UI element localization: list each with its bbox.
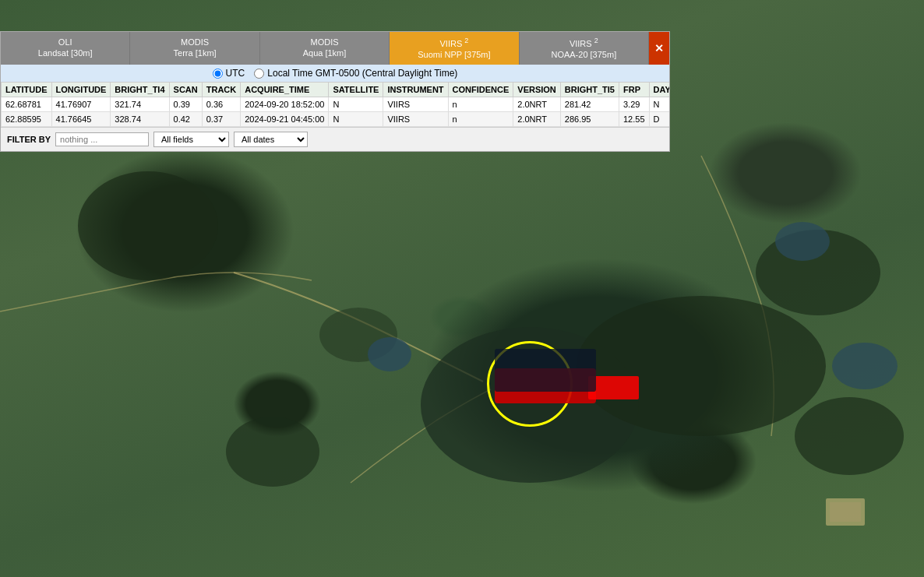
col-acquire-time: ACQUIRE_TIME bbox=[241, 83, 329, 97]
tab-viirs-noaa-badge: 2 bbox=[594, 37, 598, 44]
tab-oli[interactable]: OLI Landsat [30m] bbox=[1, 32, 130, 65]
col-satellite: SATELLITE bbox=[329, 83, 383, 97]
table-cell-track: 0.36 bbox=[202, 97, 241, 112]
filter-row: FILTER BY All fields LATITUDE LONGITUDE … bbox=[1, 127, 669, 151]
data-table: LATITUDE LONGITUDE BRIGHT_TI4 SCAN TRACK… bbox=[1, 82, 669, 127]
table-cell-satellite: N bbox=[329, 112, 383, 127]
table-cell-version: 2.0NRT bbox=[513, 97, 561, 112]
col-bright-ti5: BRIGHT_TI5 bbox=[560, 83, 619, 97]
svg-point-5 bbox=[226, 417, 319, 487]
col-confidence: CONFIDENCE bbox=[448, 83, 513, 97]
svg-point-7 bbox=[368, 337, 411, 371]
data-table-container: LATITUDE LONGITUDE BRIGHT_TI4 SCAN TRACK… bbox=[1, 82, 669, 127]
col-track: TRACK bbox=[202, 83, 241, 97]
utc-label: UTC bbox=[226, 68, 245, 79]
timezone-row: UTC Local Time GMT-0500 (Central Dayligh… bbox=[1, 65, 669, 82]
table-cell-scan: 0.42 bbox=[169, 112, 202, 127]
table-cell-confidence: n bbox=[448, 112, 513, 127]
tab-modis-aqua[interactable]: MODIS Aqua [1km] bbox=[260, 32, 390, 65]
tab-modis-terra-line1: MODIS bbox=[133, 37, 256, 47]
fire-dark-overlay bbox=[495, 349, 596, 392]
col-version: VERSION bbox=[513, 83, 561, 97]
table-cell-acquire_time: 2024-09-21 04:45:00 bbox=[241, 112, 329, 127]
col-instrument: INSTRUMENT bbox=[383, 83, 448, 97]
table-cell-satellite: N bbox=[329, 97, 383, 112]
table-cell-bright_ti5: 281.42 bbox=[560, 97, 619, 112]
table-cell-bright_ti4: 328.74 bbox=[111, 112, 169, 127]
col-longitude: LONGITUDE bbox=[51, 83, 111, 97]
table-cell-daynight: D bbox=[649, 112, 669, 127]
svg-point-4 bbox=[795, 397, 904, 475]
tab-modis-terra[interactable]: MODIS Terra [1km] bbox=[130, 32, 259, 65]
tab-viirs-npp[interactable]: VIIRS 2 Suomi NPP [375m] bbox=[390, 32, 519, 65]
table-row[interactable]: 62.8859541.76645328.740.420.372024-09-21… bbox=[2, 112, 670, 127]
table-header-row: LATITUDE LONGITUDE BRIGHT_TI4 SCAN TRACK… bbox=[2, 83, 670, 97]
col-bright-ti4: BRIGHT_TI4 bbox=[111, 83, 169, 97]
utc-radio-label[interactable]: UTC bbox=[213, 68, 245, 79]
tab-oli-line1: OLI bbox=[4, 37, 126, 47]
col-daynight: DAYNIGHT bbox=[649, 83, 669, 97]
table-cell-bright_ti4: 321.74 bbox=[111, 97, 169, 112]
tab-viirs-noaa-line2: NOAA-20 [375m] bbox=[523, 49, 645, 60]
table-cell-latitude: 62.68781 bbox=[2, 97, 52, 112]
svg-rect-11 bbox=[830, 502, 861, 522]
data-panel: OLI Landsat [30m] MODIS Terra [1km] MODI… bbox=[0, 31, 670, 152]
table-cell-longitude: 41.76645 bbox=[51, 112, 111, 127]
local-time-radio-label[interactable]: Local Time GMT-0500 (Central Daylight Ti… bbox=[254, 68, 457, 79]
tab-viirs-noaa-content: VIIRS 2 bbox=[523, 37, 645, 49]
table-cell-daynight: N bbox=[649, 97, 669, 112]
table-cell-bright_ti5: 286.95 bbox=[560, 112, 619, 127]
tab-oli-line2: Landsat [30m] bbox=[4, 47, 126, 58]
filter-input[interactable] bbox=[55, 132, 149, 146]
table-row[interactable]: 62.6878141.76907321.740.390.362024-09-20… bbox=[2, 97, 670, 112]
col-latitude: LATITUDE bbox=[2, 83, 52, 97]
tab-viirs-npp-content: VIIRS 2 bbox=[393, 37, 515, 49]
table-cell-frp: 3.29 bbox=[619, 97, 650, 112]
table-cell-longitude: 41.76907 bbox=[51, 97, 111, 112]
table-cell-scan: 0.39 bbox=[169, 97, 202, 112]
tab-viirs-npp-line1: VIIRS bbox=[440, 39, 463, 48]
tab-viirs-npp-badge: 2 bbox=[464, 37, 468, 44]
filter-fields-select[interactable]: All fields LATITUDE LONGITUDE SATELLITE bbox=[153, 132, 229, 147]
table-cell-version: 2.0NRT bbox=[513, 112, 561, 127]
col-frp: FRP bbox=[619, 83, 650, 97]
table-cell-latitude: 62.88595 bbox=[2, 112, 52, 127]
svg-point-8 bbox=[775, 222, 830, 261]
tab-modis-terra-line2: Terra [1km] bbox=[133, 47, 256, 58]
tab-modis-aqua-line2: Aqua [1km] bbox=[263, 47, 386, 58]
local-time-label: Local Time GMT-0500 (Central Daylight Ti… bbox=[267, 68, 457, 79]
table-cell-track: 0.37 bbox=[202, 112, 241, 127]
table-cell-acquire_time: 2024-09-20 18:52:00 bbox=[241, 97, 329, 112]
table-body: 62.6878141.76907321.740.390.362024-09-20… bbox=[2, 97, 670, 127]
tabs-container: OLI Landsat [30m] MODIS Terra [1km] MODI… bbox=[1, 32, 669, 65]
tab-viirs-noaa[interactable]: VIIRS 2 NOAA-20 [375m] bbox=[520, 32, 649, 65]
filter-dates-select[interactable]: All dates Today Last 7 days Last 30 days bbox=[234, 132, 308, 147]
svg-point-9 bbox=[832, 343, 898, 389]
col-scan: SCAN bbox=[169, 83, 202, 97]
tab-modis-aqua-line1: MODIS bbox=[263, 37, 386, 47]
table-cell-confidence: n bbox=[448, 97, 513, 112]
filter-label: FILTER BY bbox=[7, 135, 51, 144]
table-cell-instrument: VIIRS bbox=[383, 97, 448, 112]
tab-viirs-noaa-line1: VIIRS bbox=[570, 39, 592, 48]
svg-point-0 bbox=[78, 171, 218, 280]
utc-radio[interactable] bbox=[213, 69, 223, 79]
table-cell-frp: 12.55 bbox=[619, 112, 650, 127]
table-cell-instrument: VIIRS bbox=[383, 112, 448, 127]
close-button[interactable]: ✕ bbox=[649, 32, 669, 65]
svg-point-2 bbox=[577, 296, 826, 436]
tab-viirs-npp-line2: Suomi NPP [375m] bbox=[393, 49, 515, 60]
local-time-radio[interactable] bbox=[254, 69, 264, 79]
